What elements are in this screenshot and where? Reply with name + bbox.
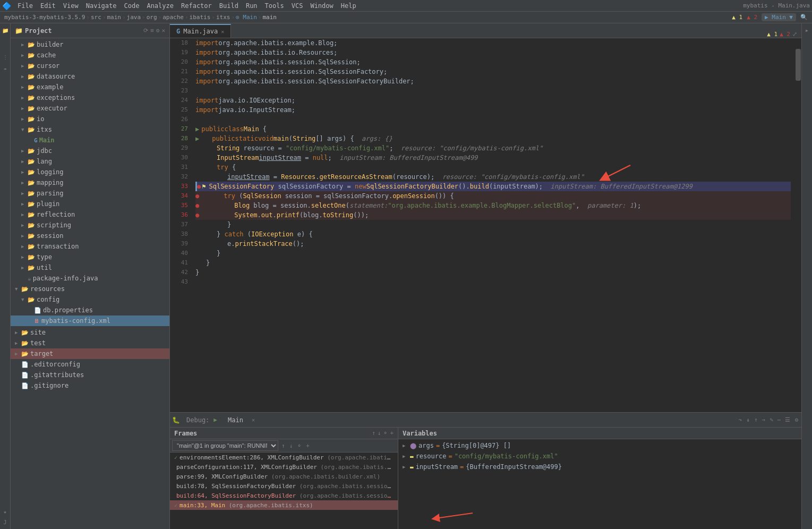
collapse-icon[interactable]: ≡ bbox=[150, 27, 154, 34]
frames-icon[interactable]: ☰ bbox=[784, 415, 791, 424]
tree-item-builder[interactable]: ▶ 📂 builder bbox=[11, 39, 169, 50]
tab-close-icon[interactable]: ✕ bbox=[221, 29, 224, 35]
breadcrumb-main[interactable]: main bbox=[107, 14, 121, 21]
debug-main-tab[interactable]: Main bbox=[224, 414, 247, 426]
tree-item-exceptions[interactable]: ▶ 📂 exceptions bbox=[11, 92, 169, 103]
structure-icon[interactable]: ⋮ bbox=[1, 52, 10, 62]
menu-help[interactable]: Help bbox=[338, 1, 360, 11]
frame-item-3[interactable]: parse:99, XMLConfigBuilder (org.apache.i… bbox=[170, 472, 398, 481]
main-java-tab[interactable]: G Main.java ✕ bbox=[170, 24, 231, 38]
menu-run[interactable]: Run bbox=[243, 1, 261, 11]
tree-item-executor[interactable]: ▶ 📂 executor bbox=[11, 103, 169, 114]
breadcrumb-itxs[interactable]: itxs bbox=[216, 14, 230, 21]
tree-item-lang[interactable]: ▶ 📂 lang bbox=[11, 156, 169, 167]
tree-item-logging[interactable]: ▶ 📂 logging bbox=[11, 167, 169, 177]
tree-item-site[interactable]: ▶ 📂 site bbox=[11, 327, 169, 338]
tree-item-itxs[interactable]: ▼ 📂 itxs bbox=[11, 124, 169, 135]
close-icon[interactable]: ✕ bbox=[161, 27, 165, 34]
frame-item-2[interactable]: parseConfiguration:117, XMLConfigBuilder… bbox=[170, 462, 398, 472]
errors-count[interactable]: ▲ 2 bbox=[780, 31, 790, 38]
frame-item-6[interactable]: ✓ main:33, Main (org.apache.ibatis.itxs) bbox=[170, 500, 398, 510]
tree-item-jdbc[interactable]: ▶ 📂 jdbc bbox=[11, 146, 169, 156]
project-icon[interactable]: 📁 bbox=[1, 25, 10, 35]
breadcrumb-ibatis[interactable]: ibatis bbox=[190, 14, 211, 21]
evaluate-icon[interactable]: ✎ bbox=[768, 415, 774, 424]
tree-item-editorconfig[interactable]: 📄 .editorconfig bbox=[11, 359, 169, 370]
debug-tab-close[interactable]: ✕ bbox=[252, 417, 255, 423]
var-item-resource[interactable]: ▶ ▬ resource = "config/mybatis-config.xm… bbox=[398, 451, 801, 462]
step-over-icon[interactable]: ↷ bbox=[738, 415, 743, 424]
errors-badge[interactable]: ▲ 2 bbox=[747, 14, 757, 21]
breadcrumb-apache[interactable]: apache bbox=[163, 14, 184, 21]
sync-icon[interactable]: ⟳ bbox=[143, 27, 148, 34]
settings-icon[interactable]: ⚙ bbox=[156, 27, 160, 34]
frames-down2-icon[interactable]: ↓ bbox=[288, 441, 294, 450]
tree-item-util[interactable]: ▶ 📂 util bbox=[11, 262, 169, 273]
frames-up-icon[interactable]: ↑ bbox=[372, 430, 375, 437]
tree-item-Main[interactable]: G Main bbox=[11, 135, 169, 146]
tree-item-target[interactable]: ▶ 📂 target bbox=[11, 348, 169, 359]
cloud-icon[interactable]: ☁ bbox=[1, 63, 10, 72]
tree-item-datasource[interactable]: ▶ 📂 datasource bbox=[11, 71, 169, 82]
tree-item-type[interactable]: ▶ 📂 type bbox=[11, 252, 169, 262]
tree-item-io[interactable]: ▶ 📂 io bbox=[11, 114, 169, 124]
menu-tools[interactable]: Tools bbox=[262, 1, 287, 11]
menu-analyze[interactable]: Analyze bbox=[143, 1, 177, 11]
tree-item-config[interactable]: ▼ 📂 config bbox=[11, 294, 169, 305]
step-out-icon[interactable]: ↑ bbox=[753, 415, 759, 424]
breadcrumb-org[interactable]: org bbox=[147, 14, 157, 21]
frame-item-1[interactable]: ✓ environmentsElement:286, XMLConfigBuil… bbox=[170, 453, 398, 462]
frame-item-4[interactable]: build:78, SqlSessionFactoryBuilder (org.… bbox=[170, 481, 398, 491]
step-into-icon[interactable]: ↡ bbox=[745, 415, 751, 424]
menu-vcs[interactable]: VCS bbox=[288, 1, 306, 11]
warnings-badge[interactable]: ▲ 1 bbox=[732, 14, 742, 21]
tree-item-package-info[interactable]: ☕ package-info.java bbox=[11, 273, 169, 284]
breadcrumb-src[interactable]: src bbox=[91, 14, 101, 21]
tree-item-mybatis-config[interactable]: 🗎 mybatis-config.xml bbox=[11, 315, 169, 326]
var-item-args[interactable]: ▶ ⬤ args = {String[0]@497} [] bbox=[398, 440, 801, 451]
expand-icon[interactable]: ⤢ bbox=[792, 31, 797, 38]
menu-refactor[interactable]: Refactor bbox=[178, 1, 215, 11]
code-editor[interactable]: 18 19 20 21 22 23 24 25 26 27 28 29 30 3… bbox=[170, 38, 801, 412]
frames-filter2-icon[interactable]: ⚬ bbox=[296, 441, 303, 450]
breadcrumb-project[interactable]: mybatis-3-mybatis-3.5.9 bbox=[4, 14, 85, 21]
tree-item-gitignore[interactable]: 📄 .gitignore bbox=[11, 380, 169, 391]
breadcrumb-Main[interactable]: ⊙ Main bbox=[236, 14, 257, 21]
frames-add2-icon[interactable]: + bbox=[305, 441, 311, 450]
right-sidebar-icon-1[interactable]: ▶ bbox=[802, 25, 812, 35]
tree-item-parsing[interactable]: ▶ 📂 parsing bbox=[11, 188, 169, 199]
breadcrumb-main-method[interactable]: main bbox=[262, 14, 277, 21]
tree-item-cursor[interactable]: ▶ 📂 cursor bbox=[11, 61, 169, 71]
run-to-cursor-icon[interactable]: → bbox=[761, 415, 767, 424]
tree-item-mapping[interactable]: ▶ 📂 mapping bbox=[11, 177, 169, 188]
menu-edit[interactable]: Edit bbox=[37, 1, 59, 11]
more-icon[interactable]: ⋯ bbox=[776, 415, 782, 424]
tree-item-reflection[interactable]: ▶ 📂 reflection bbox=[11, 209, 169, 220]
menu-view[interactable]: View bbox=[60, 1, 82, 11]
settings-icon[interactable]: ⚙ bbox=[793, 415, 799, 424]
editor-scrollbar[interactable] bbox=[795, 38, 801, 412]
tree-item-scripting[interactable]: ▶ 📂 scripting bbox=[11, 220, 169, 231]
tree-item-resources[interactable]: ▼ 📂 resources bbox=[11, 284, 169, 294]
frames-dropdown[interactable]: "main"@1 in group "main": RUNNING bbox=[172, 440, 278, 451]
run-config[interactable]: ▶ Main ▼ bbox=[762, 13, 796, 21]
var-item-inputstream[interactable]: ▶ ▬ inputStream = {BufferedInputStream@4… bbox=[398, 462, 801, 472]
tree-item-example[interactable]: ▶ 📂 example bbox=[11, 82, 169, 92]
menu-code[interactable]: Code bbox=[121, 1, 143, 11]
tree-item-session[interactable]: ▶ 📂 session bbox=[11, 231, 169, 241]
menu-window[interactable]: Window bbox=[307, 1, 336, 11]
frames-filter-icon[interactable]: ⚬ bbox=[383, 430, 388, 437]
tree-item-db-props[interactable]: 📄 db.properties bbox=[11, 305, 169, 315]
breadcrumb-java[interactable]: java bbox=[127, 14, 141, 21]
tree-item-transaction[interactable]: ▶ 📂 transaction bbox=[11, 241, 169, 252]
menu-file[interactable]: File bbox=[14, 1, 36, 11]
frames-up2-icon[interactable]: ↑ bbox=[280, 441, 286, 450]
frame-item-5[interactable]: build:64, SqlSessionFactoryBuilder (org.… bbox=[170, 491, 398, 500]
search-everywhere-icon[interactable]: 🔍 bbox=[800, 14, 808, 21]
menu-build[interactable]: Build bbox=[216, 1, 242, 11]
tree-item-gitattributes[interactable]: 📄 .gitattributes bbox=[11, 370, 169, 380]
tree-item-cache[interactable]: ▶ 📂 cache bbox=[11, 50, 169, 61]
frames-down-icon[interactable]: ↓ bbox=[378, 430, 381, 437]
tree-item-plugin[interactable]: ▶ 📂 plugin bbox=[11, 199, 169, 209]
favorites-icon[interactable]: ★ bbox=[1, 507, 10, 516]
